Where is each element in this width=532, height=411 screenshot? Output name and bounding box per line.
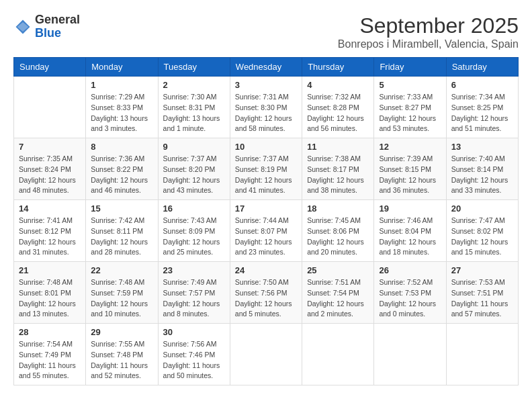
calendar-cell: 4Sunrise: 7:32 AMSunset: 8:28 PMDaylight… xyxy=(302,77,374,138)
day-header-sunday: Sunday xyxy=(14,58,86,77)
calendar-cell xyxy=(446,324,518,385)
day-number: 29 xyxy=(91,327,152,337)
calendar-cell: 19Sunrise: 7:46 AMSunset: 8:04 PMDayligh… xyxy=(374,200,446,262)
day-info: Sunrise: 7:42 AMSunset: 8:11 PMDaylight:… xyxy=(91,216,152,258)
calendar-cell xyxy=(230,324,302,385)
day-info: Sunrise: 7:47 AMSunset: 8:02 PMDaylight:… xyxy=(451,216,513,258)
day-info: Sunrise: 7:45 AMSunset: 8:06 PMDaylight:… xyxy=(307,216,369,258)
logo-icon xyxy=(13,17,32,36)
day-info: Sunrise: 7:43 AMSunset: 8:09 PMDaylight:… xyxy=(163,216,225,258)
calendar-cell: 10Sunrise: 7:37 AMSunset: 8:19 PMDayligh… xyxy=(230,138,302,200)
day-header-saturday: Saturday xyxy=(446,58,518,77)
calendar-cell: 16Sunrise: 7:43 AMSunset: 8:09 PMDayligh… xyxy=(158,200,230,262)
calendar-week-row: 1Sunrise: 7:29 AMSunset: 8:33 PMDaylight… xyxy=(14,77,519,138)
day-number: 30 xyxy=(163,327,225,337)
calendar-cell: 3Sunrise: 7:31 AMSunset: 8:30 PMDaylight… xyxy=(230,77,302,138)
day-info: Sunrise: 7:40 AMSunset: 8:14 PMDaylight:… xyxy=(451,154,513,196)
day-number: 24 xyxy=(235,265,297,275)
logo: General Blue xyxy=(13,13,80,40)
day-info: Sunrise: 7:37 AMSunset: 8:20 PMDaylight:… xyxy=(163,154,225,196)
day-number: 7 xyxy=(19,142,81,152)
day-number: 3 xyxy=(235,80,297,90)
calendar-cell: 8Sunrise: 7:36 AMSunset: 8:22 PMDaylight… xyxy=(86,138,158,200)
day-number: 27 xyxy=(451,265,513,275)
day-info: Sunrise: 7:36 AMSunset: 8:22 PMDaylight:… xyxy=(91,154,152,196)
calendar-cell: 6Sunrise: 7:34 AMSunset: 8:25 PMDaylight… xyxy=(446,77,518,138)
day-info: Sunrise: 7:54 AMSunset: 7:49 PMDaylight:… xyxy=(19,339,81,381)
day-info: Sunrise: 7:46 AMSunset: 8:04 PMDaylight:… xyxy=(379,216,441,258)
day-number: 15 xyxy=(91,203,152,214)
calendar-cell: 7Sunrise: 7:35 AMSunset: 8:24 PMDaylight… xyxy=(14,138,86,200)
day-info: Sunrise: 7:51 AMSunset: 7:54 PMDaylight:… xyxy=(307,277,369,320)
day-number: 2 xyxy=(163,80,225,90)
calendar-cell xyxy=(302,324,374,385)
calendar-week-row: 14Sunrise: 7:41 AMSunset: 8:12 PMDayligh… xyxy=(14,200,519,262)
day-info: Sunrise: 7:35 AMSunset: 8:24 PMDaylight:… xyxy=(19,154,81,196)
logo-general: General xyxy=(35,13,80,26)
day-number: 4 xyxy=(307,80,369,90)
day-number: 5 xyxy=(379,80,441,90)
day-number: 23 xyxy=(163,265,225,275)
day-info: Sunrise: 7:29 AMSunset: 8:33 PMDaylight:… xyxy=(91,92,152,134)
calendar-cell: 13Sunrise: 7:40 AMSunset: 8:14 PMDayligh… xyxy=(446,138,518,200)
calendar-cell: 18Sunrise: 7:45 AMSunset: 8:06 PMDayligh… xyxy=(302,200,374,262)
calendar-cell: 21Sunrise: 7:48 AMSunset: 8:01 PMDayligh… xyxy=(14,262,86,324)
calendar-cell: 28Sunrise: 7:54 AMSunset: 7:49 PMDayligh… xyxy=(14,324,86,385)
calendar-table: SundayMondayTuesdayWednesdayThursdayFrid… xyxy=(13,57,519,385)
calendar-cell: 14Sunrise: 7:41 AMSunset: 8:12 PMDayligh… xyxy=(14,200,86,262)
day-header-thursday: Thursday xyxy=(302,58,374,77)
calendar-cell: 27Sunrise: 7:53 AMSunset: 7:51 PMDayligh… xyxy=(446,262,518,324)
day-info: Sunrise: 7:34 AMSunset: 8:25 PMDaylight:… xyxy=(451,92,513,134)
calendar-cell: 15Sunrise: 7:42 AMSunset: 8:11 PMDayligh… xyxy=(86,200,158,262)
day-info: Sunrise: 7:52 AMSunset: 7:53 PMDaylight:… xyxy=(379,277,441,320)
day-header-friday: Friday xyxy=(374,58,446,77)
day-number: 11 xyxy=(307,142,369,152)
day-number: 20 xyxy=(451,203,513,214)
day-info: Sunrise: 7:55 AMSunset: 7:48 PMDaylight:… xyxy=(91,339,152,381)
calendar-cell: 11Sunrise: 7:38 AMSunset: 8:17 PMDayligh… xyxy=(302,138,374,200)
calendar-week-row: 21Sunrise: 7:48 AMSunset: 8:01 PMDayligh… xyxy=(14,262,519,324)
calendar-cell: 2Sunrise: 7:30 AMSunset: 8:31 PMDaylight… xyxy=(158,77,230,138)
day-header-wednesday: Wednesday xyxy=(230,58,302,77)
day-info: Sunrise: 7:32 AMSunset: 8:28 PMDaylight:… xyxy=(307,92,369,134)
calendar-week-row: 7Sunrise: 7:35 AMSunset: 8:24 PMDaylight… xyxy=(14,138,519,200)
day-info: Sunrise: 7:48 AMSunset: 7:59 PMDaylight:… xyxy=(91,277,152,320)
calendar-cell: 29Sunrise: 7:55 AMSunset: 7:48 PMDayligh… xyxy=(86,324,158,385)
day-info: Sunrise: 7:30 AMSunset: 8:31 PMDaylight:… xyxy=(163,92,225,134)
day-number: 28 xyxy=(19,327,81,337)
calendar-cell: 5Sunrise: 7:33 AMSunset: 8:27 PMDaylight… xyxy=(374,77,446,138)
day-info: Sunrise: 7:56 AMSunset: 7:46 PMDaylight:… xyxy=(163,339,225,381)
calendar-cell: 1Sunrise: 7:29 AMSunset: 8:33 PMDaylight… xyxy=(86,77,158,138)
calendar-cell: 23Sunrise: 7:49 AMSunset: 7:57 PMDayligh… xyxy=(158,262,230,324)
day-info: Sunrise: 7:37 AMSunset: 8:19 PMDaylight:… xyxy=(235,154,297,196)
location: Bonrepos i Mirambell, Valencia, Spain xyxy=(338,38,519,50)
day-info: Sunrise: 7:48 AMSunset: 8:01 PMDaylight:… xyxy=(19,277,81,320)
calendar-cell xyxy=(374,324,446,385)
page-header: General Blue September 2025 Bonrepos i M… xyxy=(13,13,519,50)
day-number: 14 xyxy=(19,203,81,214)
logo-text: General Blue xyxy=(35,13,80,40)
day-info: Sunrise: 7:39 AMSunset: 8:15 PMDaylight:… xyxy=(379,154,441,196)
day-info: Sunrise: 7:41 AMSunset: 8:12 PMDaylight:… xyxy=(19,216,81,258)
calendar-cell: 30Sunrise: 7:56 AMSunset: 7:46 PMDayligh… xyxy=(158,324,230,385)
day-number: 21 xyxy=(19,265,81,275)
day-header-tuesday: Tuesday xyxy=(158,58,230,77)
day-info: Sunrise: 7:50 AMSunset: 7:56 PMDaylight:… xyxy=(235,277,297,320)
day-info: Sunrise: 7:49 AMSunset: 7:57 PMDaylight:… xyxy=(163,277,225,320)
day-number: 19 xyxy=(379,203,441,214)
calendar-cell: 26Sunrise: 7:52 AMSunset: 7:53 PMDayligh… xyxy=(374,262,446,324)
day-number: 10 xyxy=(235,142,297,152)
calendar-cell: 24Sunrise: 7:50 AMSunset: 7:56 PMDayligh… xyxy=(230,262,302,324)
day-number: 16 xyxy=(163,203,225,214)
day-number: 8 xyxy=(91,142,152,152)
month-title: September 2025 xyxy=(338,13,519,38)
svg-marker-1 xyxy=(17,22,29,32)
day-number: 22 xyxy=(91,265,152,275)
day-number: 1 xyxy=(91,80,152,90)
day-info: Sunrise: 7:38 AMSunset: 8:17 PMDaylight:… xyxy=(307,154,369,196)
day-number: 18 xyxy=(307,203,369,214)
day-number: 9 xyxy=(163,142,225,152)
logo-blue: Blue xyxy=(35,26,61,40)
calendar-cell: 25Sunrise: 7:51 AMSunset: 7:54 PMDayligh… xyxy=(302,262,374,324)
day-info: Sunrise: 7:31 AMSunset: 8:30 PMDaylight:… xyxy=(235,92,297,134)
